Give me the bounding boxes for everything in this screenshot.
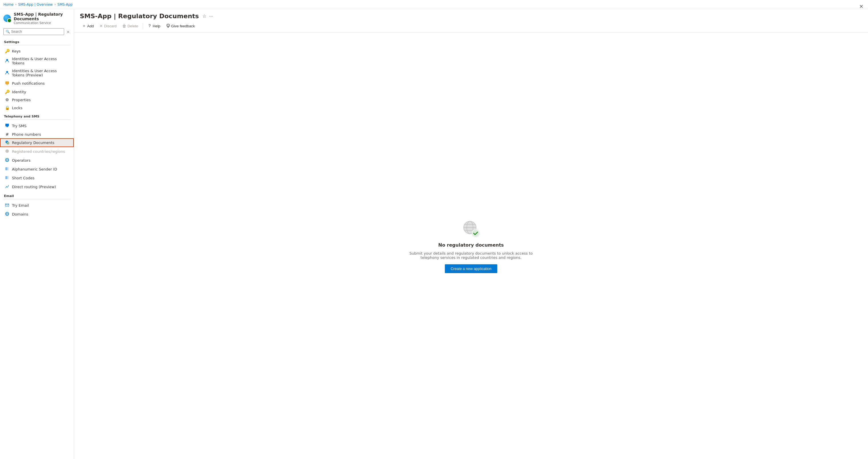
- breadcrumb-home[interactable]: Home: [3, 3, 13, 6]
- give-feedback-label: Give feedback: [171, 24, 195, 28]
- try-sms-label: Try SMS: [12, 124, 27, 128]
- help-label: Help: [153, 24, 160, 28]
- top-bar: Home › SMS-App | Overview › SMS-App: [0, 0, 868, 9]
- push-notifications-icon: [5, 81, 10, 86]
- search-icon: 🔍: [6, 30, 10, 34]
- section-label-settings: Settings: [0, 37, 74, 45]
- svg-point-0: [6, 59, 8, 61]
- help-icon: ？: [148, 23, 152, 29]
- alphanumeric-sender-label: Alphanumeric Sender ID: [12, 167, 57, 171]
- sidebar-item-operators[interactable]: Operators: [0, 156, 74, 165]
- app-title: SMS-App | Regulatory Documents Communica…: [14, 12, 70, 25]
- sidebar-item-identity[interactable]: 🔑 Identity: [0, 88, 74, 96]
- empty-subtitle: Submit your details and regulatory docum…: [400, 251, 542, 260]
- page-title-row: SMS-App | Regulatory Documents ☆ ···: [80, 12, 862, 20]
- page-title: SMS-App | Regulatory Documents: [80, 12, 199, 20]
- collapse-sidebar-button[interactable]: «: [66, 29, 70, 34]
- breadcrumb-overview[interactable]: SMS-App | Overview: [18, 3, 53, 6]
- sidebar-item-properties[interactable]: ⚙️ Properties: [0, 96, 74, 104]
- discard-button[interactable]: ✕ Discard: [97, 22, 119, 30]
- add-icon: ＋: [82, 23, 86, 29]
- app-icon: [3, 14, 11, 23]
- identities-tokens-preview-label: Identities & User Access Tokens (Preview…: [12, 69, 70, 77]
- sidebar-item-identities-tokens-preview[interactable]: Identities & User Access Tokens (Preview…: [0, 67, 74, 79]
- email-divider: [3, 199, 70, 199]
- try-sms-icon: [5, 123, 10, 129]
- create-application-button[interactable]: Create a new application: [445, 264, 497, 273]
- app-title-sub: Communication Service: [14, 21, 70, 25]
- svg-rect-10: [5, 176, 7, 179]
- sidebar-item-registered-countries: Registered countries/regions: [0, 147, 74, 156]
- keys-icon: 🔑: [5, 49, 10, 53]
- phone-numbers-label: Phone numbers: [12, 132, 41, 136]
- feedback-icon: [166, 24, 170, 29]
- page-actions: ＋ Add ✕ Discard 🗑 Delete ？ Help: [80, 22, 862, 32]
- section-label-email: Email: [0, 191, 74, 199]
- sidebar: SMS-App | Regulatory Documents Communica…: [0, 9, 74, 459]
- more-options-button[interactable]: ···: [209, 13, 213, 20]
- direct-routing-label: Direct routing (Preview): [12, 185, 56, 189]
- properties-label: Properties: [12, 98, 31, 102]
- identity-icon: 🔑: [5, 90, 10, 94]
- close-button[interactable]: ✕: [859, 3, 863, 10]
- domains-icon: [5, 212, 10, 217]
- help-button[interactable]: ？ Help: [145, 22, 163, 30]
- identities-preview-icon: [5, 70, 10, 76]
- sidebar-search-container: 🔍 «: [0, 27, 74, 37]
- breadcrumb-smsapp[interactable]: SMS-App: [58, 3, 73, 6]
- discard-icon: ✕: [99, 24, 103, 28]
- direct-routing-icon: [5, 184, 10, 190]
- discard-label: Discard: [104, 24, 117, 28]
- app-globe-icon: [3, 14, 11, 22]
- add-label: Add: [87, 24, 94, 28]
- domains-label: Domains: [12, 212, 28, 216]
- content-body: No regulatory documents Submit your deta…: [74, 32, 868, 459]
- registered-countries-label: Registered countries/regions: [12, 149, 65, 154]
- content-area: SMS-App | Regulatory Documents ☆ ··· ＋ A…: [74, 9, 868, 459]
- svg-rect-2: [5, 82, 9, 84]
- sidebar-item-regulatory-documents[interactable]: Regulatory Documents: [0, 138, 74, 147]
- svg-point-14: [167, 25, 168, 25]
- regulatory-docs-icon: [5, 140, 10, 145]
- sidebar-item-try-email[interactable]: Try Email: [0, 201, 74, 210]
- alphanumeric-sender-icon: [5, 166, 10, 172]
- sidebar-item-alphanumeric-sender[interactable]: Alphanumeric Sender ID: [0, 165, 74, 174]
- search-input[interactable]: [3, 28, 64, 35]
- sidebar-item-domains[interactable]: Domains: [0, 210, 74, 219]
- operators-icon: [5, 158, 10, 163]
- svg-point-23: [472, 230, 479, 237]
- give-feedback-button[interactable]: Give feedback: [164, 22, 197, 30]
- sidebar-item-direct-routing[interactable]: Direct routing (Preview): [0, 182, 74, 191]
- short-codes-label: Short Codes: [12, 176, 34, 180]
- identities-tokens-label: Identities & User Access Tokens: [12, 57, 70, 65]
- svg-rect-8: [5, 167, 7, 170]
- settings-divider: [3, 45, 70, 45]
- operators-label: Operators: [12, 158, 30, 162]
- sidebar-item-phone-numbers[interactable]: # Phone numbers: [0, 130, 74, 138]
- sidebar-item-locks[interactable]: 🔒 Locks: [0, 104, 74, 112]
- favorite-button[interactable]: ☆: [202, 13, 207, 20]
- sidebar-item-short-codes[interactable]: Short Codes: [0, 174, 74, 182]
- sidebar-item-push-notifications[interactable]: Push notifications: [0, 79, 74, 88]
- sidebar-item-keys[interactable]: 🔑 Keys: [0, 47, 74, 55]
- sidebar-item-identities-tokens[interactable]: Identities & User Access Tokens: [0, 55, 74, 67]
- add-button[interactable]: ＋ Add: [80, 22, 96, 30]
- try-email-label: Try Email: [12, 203, 29, 208]
- title-actions: ☆ ···: [202, 13, 213, 20]
- app-title-main: SMS-App | Regulatory Documents: [14, 12, 70, 21]
- sidebar-item-try-sms[interactable]: Try SMS: [0, 121, 74, 130]
- svg-point-15: [168, 25, 169, 25]
- properties-icon: ⚙️: [5, 97, 10, 102]
- locks-icon: 🔒: [5, 105, 10, 110]
- try-email-icon: [5, 203, 10, 208]
- svg-point-6: [5, 149, 9, 153]
- toolbar-separator: [143, 23, 143, 29]
- breadcrumb: Home › SMS-App | Overview › SMS-App: [3, 3, 73, 6]
- phone-numbers-icon: #: [5, 132, 10, 136]
- identity-label: Identity: [12, 90, 26, 94]
- push-notifications-label: Push notifications: [12, 81, 45, 86]
- delete-icon: 🗑: [122, 24, 126, 28]
- delete-label: Delete: [127, 24, 138, 28]
- delete-button[interactable]: 🗑 Delete: [120, 22, 141, 30]
- empty-state-icon: [461, 218, 481, 239]
